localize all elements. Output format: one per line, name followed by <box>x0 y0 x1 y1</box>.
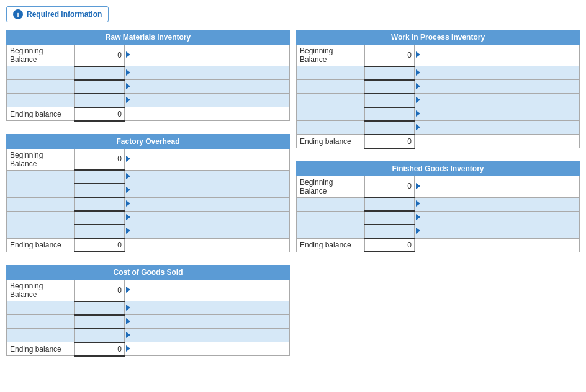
factory-overhead-beginning-label: Beginning Balance <box>7 148 75 170</box>
finished-goods-ending-value[interactable]: 0 <box>365 238 415 252</box>
raw-materials-row-3 <box>7 80 290 94</box>
factory-overhead-ending-row: Ending balance 0 <box>7 238 290 252</box>
factory-overhead-ending-label: Ending balance <box>7 238 75 252</box>
arrow-icon <box>126 305 130 311</box>
work-in-process-row-2 <box>297 66 580 80</box>
arrow-icon <box>126 51 130 58</box>
arrow-icon <box>126 200 130 207</box>
work-in-process-title: Work in Process Inventory <box>297 30 580 45</box>
factory-overhead-row-4 <box>7 197 290 211</box>
arrow-icon <box>416 69 420 76</box>
arrow-icon <box>416 51 420 58</box>
raw-materials-arrow-1 <box>125 45 133 66</box>
raw-materials-title: Raw Materials Inventory <box>7 30 290 45</box>
work-in-process-ending-label: Ending balance <box>297 135 365 148</box>
cost-of-goods-row-4 <box>7 329 290 342</box>
cost-of-goods-ending-row: Ending balance 0 <box>7 342 290 356</box>
raw-materials-table: Raw Materials Inventory Beginning Balanc… <box>6 30 290 122</box>
factory-overhead-beginning-row: Beginning Balance 0 <box>7 148 290 170</box>
factory-overhead-table: Factory Overhead Beginning Balance 0 <box>6 134 290 253</box>
finished-goods-row-4 <box>297 225 580 238</box>
right-column: Work in Process Inventory Beginning Bala… <box>296 30 580 363</box>
finished-goods-title: Finished Goods Inventory <box>297 161 580 176</box>
raw-materials-beginning-value[interactable]: 0 <box>75 45 125 66</box>
ledger-grid: Raw Materials Inventory Beginning Balanc… <box>6 30 580 363</box>
arrow-icon <box>126 69 130 76</box>
raw-materials-beginning-row: Beginning Balance 0 <box>7 45 290 66</box>
arrow-icon <box>126 83 130 89</box>
arrow-icon <box>416 110 420 117</box>
arrow-icon <box>416 228 420 234</box>
cost-of-goods-row-2 <box>7 301 290 315</box>
work-in-process-table: Work in Process Inventory Beginning Bala… <box>296 30 580 149</box>
arrow-icon <box>416 183 420 189</box>
arrow-icon <box>126 187 130 193</box>
finished-goods-beginning-label: Beginning Balance <box>297 176 365 197</box>
arrow-icon <box>126 214 130 220</box>
raw-materials-ending-row: Ending balance 0 <box>7 107 290 121</box>
arrow-icon <box>416 214 420 220</box>
left-column: Raw Materials Inventory Beginning Balanc… <box>6 30 290 363</box>
finished-goods-beginning-value[interactable]: 0 <box>365 176 415 197</box>
arrow-icon <box>126 287 130 293</box>
cost-of-goods-ending-value[interactable]: 0 <box>75 342 125 356</box>
arrow-icon <box>416 200 420 207</box>
work-in-process-ending-value[interactable]: 0 <box>365 135 415 148</box>
page-container: i Required information Raw Materials Inv… <box>0 0 586 369</box>
cost-of-goods-beginning-label: Beginning Balance <box>7 280 75 301</box>
finished-goods-row-2 <box>297 197 580 211</box>
required-info-label: Required information <box>27 10 102 19</box>
work-in-process-beginning-value[interactable]: 0 <box>365 45 415 66</box>
raw-materials-ending-label: Ending balance <box>7 107 75 121</box>
factory-overhead-row-5 <box>7 211 290 225</box>
cost-of-goods-ending-label: Ending balance <box>7 342 75 356</box>
arrow-icon <box>126 318 130 324</box>
finished-goods-table: Finished Goods Inventory Beginning Balan… <box>296 161 580 253</box>
info-icon: i <box>13 9 23 19</box>
work-in-process-beginning-label: Beginning Balance <box>297 45 365 66</box>
work-in-process-row-5 <box>297 107 580 121</box>
arrow-icon <box>416 83 420 89</box>
work-in-process-beginning-row: Beginning Balance 0 <box>297 45 580 66</box>
arrow-icon <box>126 173 130 179</box>
raw-materials-ending-value[interactable]: 0 <box>75 107 125 121</box>
finished-goods-ending-label: Ending balance <box>297 238 365 252</box>
work-in-process-row-4 <box>297 94 580 107</box>
required-info-bar: i Required information <box>6 6 109 22</box>
raw-materials-beginning-label: Beginning Balance <box>7 45 75 66</box>
raw-materials-row-4 <box>7 94 290 107</box>
cost-of-goods-beginning-row: Beginning Balance 0 <box>7 280 290 301</box>
work-in-process-row-6 <box>297 121 580 135</box>
factory-overhead-row-3 <box>7 184 290 197</box>
arrow-icon <box>126 332 130 338</box>
finished-goods-row-3 <box>297 211 580 225</box>
arrow-icon <box>126 156 130 162</box>
factory-overhead-beginning-value[interactable]: 0 <box>75 148 125 170</box>
raw-materials-right-1[interactable] <box>133 45 290 66</box>
work-in-process-row-3 <box>297 80 580 94</box>
finished-goods-ending-row: Ending balance 0 <box>297 238 580 252</box>
work-in-process-ending-row: Ending balance 0 <box>297 135 580 148</box>
factory-overhead-row-6 <box>7 225 290 238</box>
arrow-icon <box>126 345 130 352</box>
cost-of-goods-beginning-value[interactable]: 0 <box>75 280 125 301</box>
cost-of-goods-row-3 <box>7 315 290 329</box>
factory-overhead-title: Factory Overhead <box>7 134 290 148</box>
factory-overhead-ending-value[interactable]: 0 <box>75 238 125 252</box>
arrow-icon <box>126 228 130 234</box>
raw-materials-row-2 <box>7 66 290 80</box>
cost-of-goods-title: Cost of Goods Sold <box>7 265 290 280</box>
finished-goods-beginning-row: Beginning Balance 0 <box>297 176 580 197</box>
cost-of-goods-table: Cost of Goods Sold Beginning Balance 0 <box>6 265 290 357</box>
arrow-icon <box>126 97 130 103</box>
arrow-icon <box>416 124 420 130</box>
factory-overhead-row-2 <box>7 170 290 184</box>
arrow-icon <box>416 97 420 103</box>
